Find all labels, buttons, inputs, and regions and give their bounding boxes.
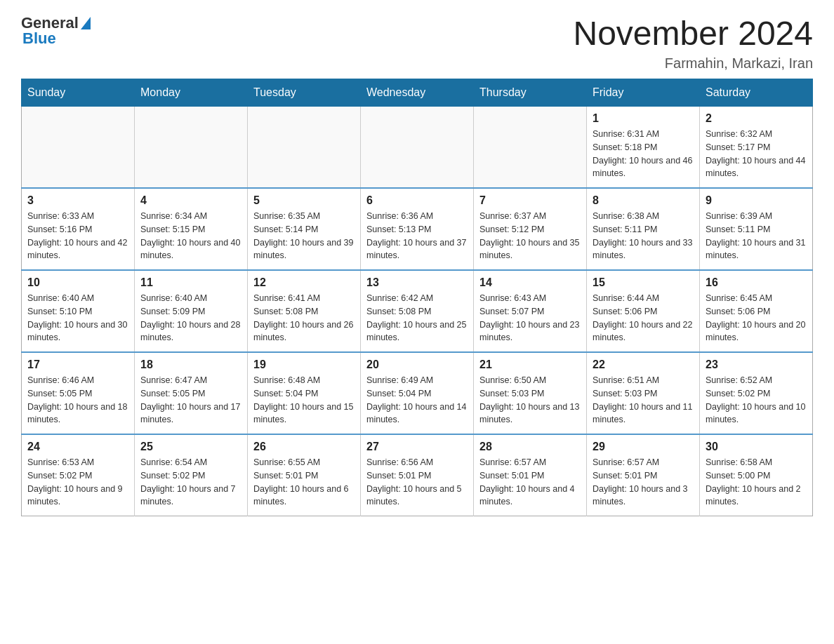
weekday-header-monday: Monday xyxy=(135,79,248,107)
calendar-cell xyxy=(22,107,135,189)
day-number: 18 xyxy=(140,358,241,371)
day-info: Sunrise: 6:36 AMSunset: 5:13 PMDaylight:… xyxy=(366,210,468,262)
calendar-cell: 24Sunrise: 6:53 AMSunset: 5:02 PMDayligh… xyxy=(22,434,135,516)
calendar-cell: 6Sunrise: 6:36 AMSunset: 5:13 PMDaylight… xyxy=(361,188,474,270)
day-info: Sunrise: 6:48 AMSunset: 5:04 PMDaylight:… xyxy=(253,374,355,427)
day-info: Sunrise: 6:39 AMSunset: 5:11 PMDaylight:… xyxy=(706,210,807,262)
day-info: Sunrise: 6:51 AMSunset: 5:03 PMDaylight:… xyxy=(593,374,694,427)
day-number: 25 xyxy=(140,441,241,453)
weekday-header-friday: Friday xyxy=(587,79,700,107)
weekday-header-row: SundayMondayTuesdayWednesdayThursdayFrid… xyxy=(22,79,813,107)
calendar-cell: 2Sunrise: 6:32 AMSunset: 5:17 PMDaylight… xyxy=(700,107,813,189)
title-block: November 2024 Farmahin, Markazi, Iran xyxy=(573,14,813,72)
week-row-2: 3Sunrise: 6:33 AMSunset: 5:16 PMDaylight… xyxy=(22,188,813,270)
calendar-cell: 30Sunrise: 6:58 AMSunset: 5:00 PMDayligh… xyxy=(700,434,813,516)
calendar-cell: 19Sunrise: 6:48 AMSunset: 5:04 PMDayligh… xyxy=(248,352,361,434)
weekday-header-wednesday: Wednesday xyxy=(361,79,474,107)
calendar-cell: 28Sunrise: 6:57 AMSunset: 5:01 PMDayligh… xyxy=(474,434,587,516)
day-number: 2 xyxy=(706,112,807,125)
day-number: 13 xyxy=(366,276,468,289)
day-info: Sunrise: 6:44 AMSunset: 5:06 PMDaylight:… xyxy=(593,292,694,344)
week-row-3: 10Sunrise: 6:40 AMSunset: 5:10 PMDayligh… xyxy=(22,270,813,352)
calendar-cell: 7Sunrise: 6:37 AMSunset: 5:12 PMDaylight… xyxy=(474,188,587,270)
calendar-cell: 4Sunrise: 6:34 AMSunset: 5:15 PMDaylight… xyxy=(135,188,248,270)
day-number: 17 xyxy=(27,358,128,371)
calendar-cell: 26Sunrise: 6:55 AMSunset: 5:01 PMDayligh… xyxy=(248,434,361,516)
day-number: 8 xyxy=(593,194,694,207)
weekday-header-sunday: Sunday xyxy=(22,79,135,107)
day-number: 20 xyxy=(366,358,468,371)
weekday-header-thursday: Thursday xyxy=(474,79,587,107)
logo: General Blue xyxy=(21,14,91,48)
calendar-cell: 5Sunrise: 6:35 AMSunset: 5:14 PMDaylight… xyxy=(248,188,361,270)
calendar-cell xyxy=(248,107,361,189)
day-number: 12 xyxy=(253,276,355,289)
calendar-cell: 15Sunrise: 6:44 AMSunset: 5:06 PMDayligh… xyxy=(587,270,700,352)
day-number: 14 xyxy=(479,276,581,289)
day-info: Sunrise: 6:57 AMSunset: 5:01 PMDaylight:… xyxy=(479,456,581,509)
calendar-cell: 27Sunrise: 6:56 AMSunset: 5:01 PMDayligh… xyxy=(361,434,474,516)
day-number: 10 xyxy=(27,276,128,289)
calendar-cell xyxy=(135,107,248,189)
day-number: 15 xyxy=(593,276,694,289)
calendar-cell: 9Sunrise: 6:39 AMSunset: 5:11 PMDaylight… xyxy=(700,188,813,270)
calendar-cell: 11Sunrise: 6:40 AMSunset: 5:09 PMDayligh… xyxy=(135,270,248,352)
day-number: 23 xyxy=(706,358,807,371)
calendar-cell: 18Sunrise: 6:47 AMSunset: 5:05 PMDayligh… xyxy=(135,352,248,434)
month-title: November 2024 xyxy=(573,14,813,53)
day-info: Sunrise: 6:35 AMSunset: 5:14 PMDaylight:… xyxy=(253,210,355,262)
calendar-cell: 13Sunrise: 6:42 AMSunset: 5:08 PMDayligh… xyxy=(361,270,474,352)
day-info: Sunrise: 6:50 AMSunset: 5:03 PMDaylight:… xyxy=(479,374,581,427)
day-number: 28 xyxy=(479,441,581,453)
calendar-cell: 1Sunrise: 6:31 AMSunset: 5:18 PMDaylight… xyxy=(587,107,700,189)
calendar-cell: 3Sunrise: 6:33 AMSunset: 5:16 PMDaylight… xyxy=(22,188,135,270)
calendar-cell: 17Sunrise: 6:46 AMSunset: 5:05 PMDayligh… xyxy=(22,352,135,434)
day-number: 21 xyxy=(479,358,581,371)
day-info: Sunrise: 6:49 AMSunset: 5:04 PMDaylight:… xyxy=(366,374,468,427)
calendar-cell: 16Sunrise: 6:45 AMSunset: 5:06 PMDayligh… xyxy=(700,270,813,352)
day-info: Sunrise: 6:43 AMSunset: 5:07 PMDaylight:… xyxy=(479,292,581,344)
calendar-cell: 22Sunrise: 6:51 AMSunset: 5:03 PMDayligh… xyxy=(587,352,700,434)
page-header: General Blue November 2024 Farmahin, Mar… xyxy=(21,14,813,72)
day-number: 26 xyxy=(253,441,355,453)
calendar-cell: 14Sunrise: 6:43 AMSunset: 5:07 PMDayligh… xyxy=(474,270,587,352)
logo-blue-text: Blue xyxy=(22,29,56,48)
calendar-cell: 29Sunrise: 6:57 AMSunset: 5:01 PMDayligh… xyxy=(587,434,700,516)
day-number: 27 xyxy=(366,441,468,453)
day-number: 4 xyxy=(140,194,241,207)
day-info: Sunrise: 6:58 AMSunset: 5:00 PMDaylight:… xyxy=(706,456,807,509)
calendar-cell xyxy=(474,107,587,189)
day-info: Sunrise: 6:46 AMSunset: 5:05 PMDaylight:… xyxy=(27,374,128,427)
day-info: Sunrise: 6:47 AMSunset: 5:05 PMDaylight:… xyxy=(140,374,241,427)
week-row-4: 17Sunrise: 6:46 AMSunset: 5:05 PMDayligh… xyxy=(22,352,813,434)
calendar-cell: 25Sunrise: 6:54 AMSunset: 5:02 PMDayligh… xyxy=(135,434,248,516)
day-number: 1 xyxy=(593,112,694,125)
day-info: Sunrise: 6:40 AMSunset: 5:10 PMDaylight:… xyxy=(27,292,128,344)
day-info: Sunrise: 6:53 AMSunset: 5:02 PMDaylight:… xyxy=(27,456,128,509)
calendar-cell: 20Sunrise: 6:49 AMSunset: 5:04 PMDayligh… xyxy=(361,352,474,434)
day-info: Sunrise: 6:42 AMSunset: 5:08 PMDaylight:… xyxy=(366,292,468,344)
day-number: 9 xyxy=(706,194,807,207)
day-number: 22 xyxy=(593,358,694,371)
day-number: 5 xyxy=(253,194,355,207)
day-info: Sunrise: 6:34 AMSunset: 5:15 PMDaylight:… xyxy=(140,210,241,262)
calendar-cell: 23Sunrise: 6:52 AMSunset: 5:02 PMDayligh… xyxy=(700,352,813,434)
weekday-header-tuesday: Tuesday xyxy=(248,79,361,107)
location-subtitle: Farmahin, Markazi, Iran xyxy=(573,55,813,72)
logo-triangle-icon xyxy=(81,17,91,29)
calendar-cell: 21Sunrise: 6:50 AMSunset: 5:03 PMDayligh… xyxy=(474,352,587,434)
day-info: Sunrise: 6:52 AMSunset: 5:02 PMDaylight:… xyxy=(706,374,807,427)
calendar-cell: 8Sunrise: 6:38 AMSunset: 5:11 PMDaylight… xyxy=(587,188,700,270)
day-info: Sunrise: 6:33 AMSunset: 5:16 PMDaylight:… xyxy=(27,210,128,262)
weekday-header-saturday: Saturday xyxy=(700,79,813,107)
day-info: Sunrise: 6:32 AMSunset: 5:17 PMDaylight:… xyxy=(706,128,807,180)
day-number: 7 xyxy=(479,194,581,207)
day-number: 29 xyxy=(593,441,694,453)
day-number: 3 xyxy=(27,194,128,207)
day-info: Sunrise: 6:40 AMSunset: 5:09 PMDaylight:… xyxy=(140,292,241,344)
day-number: 11 xyxy=(140,276,241,289)
day-number: 24 xyxy=(27,441,128,453)
day-number: 6 xyxy=(366,194,468,207)
day-info: Sunrise: 6:45 AMSunset: 5:06 PMDaylight:… xyxy=(706,292,807,344)
calendar-cell xyxy=(361,107,474,189)
